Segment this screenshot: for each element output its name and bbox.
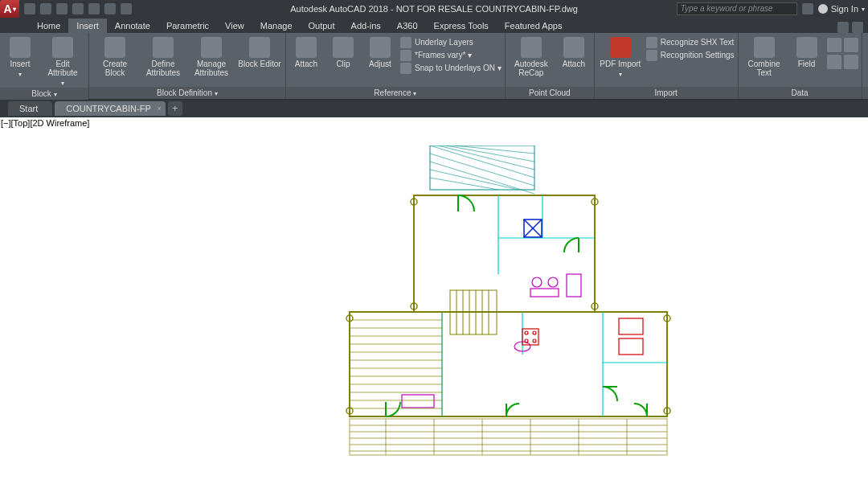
mini-button[interactable] xyxy=(844,38,858,52)
close-tab-icon[interactable]: × xyxy=(158,105,162,113)
mini-button[interactable] xyxy=(844,55,858,69)
mini-button[interactable] xyxy=(827,38,841,52)
signin-button[interactable]: Sign In ▾ xyxy=(818,4,865,14)
insert-button[interactable]: Insert▾ xyxy=(3,35,37,79)
ribbon-tab-insert[interactable]: Insert xyxy=(68,18,107,33)
qat-plot-icon[interactable] xyxy=(88,3,100,14)
window-title: Autodesk AutoCAD 2018 - NOT FOR RESALE C… xyxy=(290,4,578,14)
svg-point-45 xyxy=(533,331,536,334)
ribbon-help-icon[interactable] xyxy=(852,22,863,33)
new-tab-button[interactable]: + xyxy=(168,101,182,116)
panel-title[interactable]: Import xyxy=(595,87,738,99)
manage-attributes-button[interactable]: Manage Attributes xyxy=(189,35,234,77)
ribbon-tab-featured-apps[interactable]: Featured Apps xyxy=(497,18,571,33)
doc-tab-start[interactable]: Start xyxy=(8,101,52,116)
help-search-input[interactable]: Type a keyword or phrase xyxy=(677,2,797,15)
block-editor-icon xyxy=(249,37,270,58)
create-block-icon xyxy=(104,37,125,58)
panel-title[interactable]: Block Definition▾ xyxy=(89,87,285,99)
qat-redo-icon[interactable] xyxy=(121,3,132,14)
field-button[interactable]: Field xyxy=(790,35,824,68)
panel-reference: AttachClipAdjustUnderlay Layers*Frames v… xyxy=(286,33,506,99)
create-block-button[interactable]: Create Block xyxy=(92,35,137,77)
person-icon xyxy=(818,4,828,14)
svg-rect-68 xyxy=(350,419,667,455)
row-underlay-layers[interactable]: Underlay Layers xyxy=(400,37,502,48)
ribbon-tab-add-ins[interactable]: Add-ins xyxy=(343,18,389,33)
ribbon-tab-output[interactable]: Output xyxy=(301,18,343,33)
doc-tab-countrycabin-fp[interactable]: COUNTRYCABIN-FP× xyxy=(55,101,166,116)
ribbon-tab-a360[interactable]: A360 xyxy=(389,18,426,33)
combine-text-icon xyxy=(754,37,775,58)
panel-block-definition: Create BlockDefine AttributesManage Attr… xyxy=(89,33,286,99)
mini-button[interactable] xyxy=(827,55,841,69)
title-bar: A▾ Autodesk AutoCAD 2018 - NOT FOR RESAL… xyxy=(0,0,868,18)
qat-open-icon[interactable] xyxy=(40,3,51,14)
svg-point-36 xyxy=(548,277,558,287)
viewport-label[interactable]: [−][Top][2D Wireframe] xyxy=(1,118,89,128)
panel-title[interactable]: Linking & Extraction xyxy=(862,87,868,99)
svg-line-4 xyxy=(438,146,534,170)
ribbon-tab-home[interactable]: Home xyxy=(29,18,68,33)
qat-undo-icon[interactable] xyxy=(104,3,116,14)
drawing-canvas[interactable]: [−][Top][2D Wireframe] xyxy=(0,117,868,488)
ribbon-tab-parametric[interactable]: Parametric xyxy=(158,18,217,33)
panel-title[interactable]: Data xyxy=(739,87,862,99)
define-attributes-icon xyxy=(153,37,174,58)
manage-attributes-icon xyxy=(201,37,222,58)
autodesk-recap-icon xyxy=(521,37,542,58)
block-editor-button[interactable]: Block Editor xyxy=(237,35,282,68)
edit-attribute-icon xyxy=(52,37,73,58)
panel-linking-extraction: Data Link▾Linking & Extraction xyxy=(862,33,868,99)
panel-block: Insert▾Edit Attribute▾Block▾ xyxy=(0,33,89,99)
data-link-button[interactable]: Data Link▾ xyxy=(866,35,868,79)
autodesk-recap-button[interactable]: Autodesk ReCap xyxy=(509,35,554,77)
row-recognize-shx-text[interactable]: Recognize SHX Text xyxy=(646,37,735,48)
panel-title[interactable]: Reference▾ xyxy=(286,87,505,99)
ribbon-tab-manage[interactable]: Manage xyxy=(252,18,301,33)
combine-text-button[interactable]: Combine Text xyxy=(742,35,787,77)
pdf-import-button[interactable]: PDF Import▾ xyxy=(598,35,643,79)
infocenter-icon[interactable] xyxy=(802,3,813,14)
clip-icon xyxy=(333,37,354,58)
ribbon-tab-bar: HomeInsertAnnotateParametricViewManageOu… xyxy=(0,18,868,33)
svg-rect-41 xyxy=(619,318,643,334)
attach-button[interactable]: Attach xyxy=(289,35,323,68)
attach-icon xyxy=(563,37,584,58)
panel-data: Combine TextFieldData xyxy=(739,33,862,99)
attach-button[interactable]: Attach xyxy=(557,35,591,68)
panel-import: PDF Import▾Recognize SHX TextRecognition… xyxy=(595,33,739,99)
ribbon-tab-express-tools[interactable]: Express Tools xyxy=(426,18,497,33)
svg-rect-40 xyxy=(402,395,434,408)
panel-title[interactable]: Point Cloud xyxy=(506,87,594,99)
ribbon-tab-annotate[interactable]: Annotate xyxy=(107,18,158,33)
define-attributes-button[interactable]: Define Attributes xyxy=(141,35,186,77)
panel-title[interactable]: Block▾ xyxy=(0,88,88,100)
adjust-icon xyxy=(370,37,391,58)
row--frames-vary-[interactable]: *Frames vary* ▾ xyxy=(400,50,502,61)
adjust-button[interactable]: Adjust xyxy=(363,35,397,68)
edit-attribute-button[interactable]: Edit Attribute▾ xyxy=(40,35,85,88)
row-recognition-settings[interactable]: Recognition Settings xyxy=(646,50,735,61)
svg-line-1 xyxy=(430,154,534,186)
svg-rect-37 xyxy=(530,289,559,297)
ribbon-tab-view[interactable]: View xyxy=(217,18,252,33)
app-menu-button[interactable]: A▾ xyxy=(0,0,19,18)
row-icon xyxy=(646,37,657,48)
ribbon-min-icon[interactable] xyxy=(837,22,849,33)
svg-rect-55 xyxy=(350,312,442,416)
svg-line-5 xyxy=(446,146,534,162)
qat-saveas-icon[interactable] xyxy=(72,3,84,14)
signin-label: Sign In xyxy=(831,4,858,14)
svg-line-2 xyxy=(430,162,534,194)
ribbon: Insert▾Edit Attribute▾Block▾Create Block… xyxy=(0,33,868,100)
svg-rect-43 xyxy=(522,329,538,345)
field-icon xyxy=(796,37,817,58)
quick-access-toolbar xyxy=(24,3,132,14)
clip-button[interactable]: Clip xyxy=(326,35,360,68)
row-snap-to-underlays-on-[interactable]: Snap to Underlays ON ▾ xyxy=(400,63,502,74)
svg-rect-38 xyxy=(567,274,581,297)
qat-save-icon[interactable] xyxy=(56,3,68,14)
insert-icon xyxy=(10,37,31,58)
qat-new-icon[interactable] xyxy=(24,3,35,14)
